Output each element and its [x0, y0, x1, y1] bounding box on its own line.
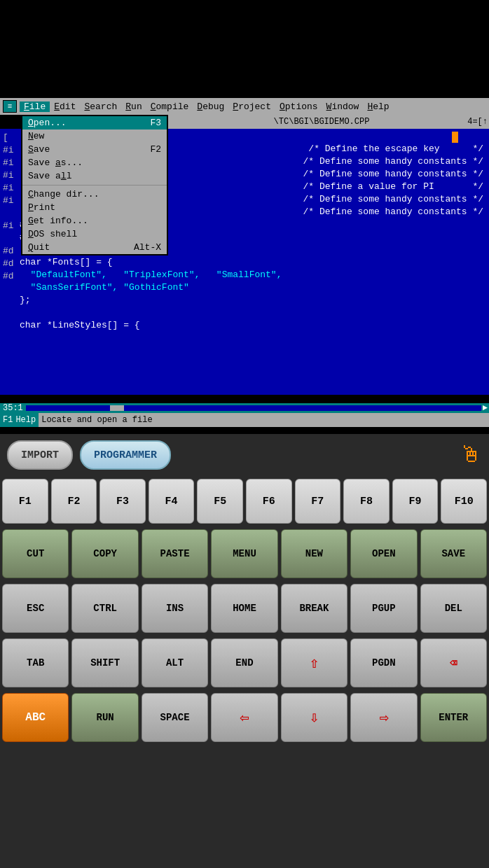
key-tab[interactable]: TAB [2, 638, 69, 687]
key-down[interactable]: ⇩ [281, 693, 347, 742]
key-backspace[interactable]: ⌫ [420, 638, 487, 687]
file-dropdown-menu: Open... F3 New Save F2 Save as... Save a… [21, 115, 168, 255]
cursor-position: 35:1 [0, 403, 26, 413]
key-f2[interactable]: F2 [51, 479, 97, 524]
menu-change-dir[interactable]: Change dir... [22, 188, 167, 201]
menu-new[interactable]: New [22, 130, 167, 143]
menu-quit[interactable]: Quit Alt-X [22, 241, 167, 254]
key-run[interactable]: RUN [71, 693, 138, 742]
nav-row-1: ESC CTRL INS HOME BREAK PGUP DEL [0, 581, 489, 636]
action-row: CUT COPY PASTE MENU NEW OPEN SAVE [0, 526, 489, 581]
key-paste[interactable]: PASTE [142, 529, 208, 578]
f1-help-button[interactable]: F1 Help [0, 413, 39, 427]
title-bar: \TC\BGI\BGIDEMO.CPP 4=[↑ [154, 115, 489, 129]
fkey-row: F1 F2 F3 F4 F5 F6 F7 F8 F9 F10 [0, 476, 489, 526]
nav-row-2: TAB SHIFT ALT END ⇧ PGDN ⌫ [0, 636, 489, 690]
menu-file[interactable]: File [20, 102, 50, 112]
menu-search[interactable]: Search [80, 102, 121, 112]
key-esc[interactable]: ESC [2, 584, 69, 633]
f1-label: F1 [3, 415, 13, 425]
import-button[interactable]: IMPORT [7, 440, 73, 470]
code-char-fonts: char *Fonts[] = { [20, 256, 486, 269]
keyboard-section: IMPORT PROGRAMMER 🖱 F1 F2 F3 F4 F5 F6 F7… [0, 434, 489, 868]
key-f5[interactable]: F5 [197, 479, 243, 524]
key-right[interactable]: ⇨ [350, 693, 417, 742]
code-fonts-values: "DefaultFont", "TriplexFont", "SmallFont… [20, 269, 486, 281]
key-shift[interactable]: SHIFT [71, 638, 138, 687]
scroll-right-arrow[interactable]: ► [481, 403, 489, 413]
key-end[interactable]: END [211, 638, 277, 687]
menu-open[interactable]: Open... F3 [22, 116, 167, 130]
key-left[interactable]: ⇦ [211, 693, 277, 742]
ide-section: ≡ File Edit Search Run Compile Debug Pro… [0, 0, 489, 427]
key-abc[interactable]: ABC [2, 693, 69, 742]
key-f9[interactable]: F9 [392, 479, 439, 524]
key-new[interactable]: NEW [281, 529, 347, 578]
menu-save[interactable]: Save F2 [22, 143, 167, 156]
code-fonts-values2: "SansSerifFont", "GothicFont" [20, 281, 486, 294]
mouse-icon: 🖱 [460, 442, 482, 469]
horizontal-scrollbar[interactable]: 35:1 ► [0, 403, 489, 413]
dropdown-separator-1 [22, 185, 167, 186]
menu-bar: ≡ File Edit Search Run Compile Debug Pro… [0, 98, 489, 115]
key-alt[interactable]: ALT [142, 638, 208, 687]
key-cut[interactable]: CUT [2, 529, 69, 578]
title-right: 4=[↑ [467, 117, 488, 127]
key-enter[interactable]: ENTER [420, 693, 487, 742]
key-open[interactable]: OPEN [350, 529, 417, 578]
help-label: Help [15, 415, 36, 425]
menu-project[interactable]: Project [228, 102, 275, 112]
file-title: \TC\BGI\BGIDEMO.CPP [274, 117, 370, 127]
key-space[interactable]: SPACE [142, 693, 208, 742]
menu-save-as[interactable]: Save as... [22, 156, 167, 169]
key-ins[interactable]: INS [142, 584, 208, 633]
status-message: Locate and open a file [41, 415, 152, 425]
key-f7[interactable]: F7 [295, 479, 341, 524]
menu-options[interactable]: Options [275, 102, 322, 112]
cursor [452, 132, 458, 143]
key-f3[interactable]: F3 [99, 479, 146, 524]
code-close-brace: }; [20, 294, 486, 307]
key-copy[interactable]: COPY [71, 529, 138, 578]
menu-edit[interactable]: Edit [50, 102, 80, 112]
scrollbar-track[interactable] [26, 405, 481, 411]
key-save[interactable]: SAVE [420, 529, 487, 578]
key-pgdn[interactable]: PGDN [350, 638, 417, 687]
key-menu[interactable]: MENU [211, 529, 277, 578]
key-f10[interactable]: F10 [441, 479, 487, 524]
menu-get-info[interactable]: Get info... [22, 214, 167, 227]
bottom-row: ABC RUN SPACE ⇦ ⇩ ⇨ ENTER [0, 690, 489, 745]
menu-print[interactable]: Print [22, 201, 167, 214]
scrollbar-thumb[interactable] [110, 405, 124, 411]
system-menu-icon[interactable]: ≡ [3, 100, 17, 113]
key-up[interactable]: ⇧ [281, 638, 347, 687]
menu-save-all[interactable]: Save all [22, 169, 167, 183]
menu-window[interactable]: Window [322, 102, 364, 112]
menu-run[interactable]: Run [121, 102, 146, 112]
key-f4[interactable]: F4 [149, 479, 195, 524]
key-ctrl[interactable]: CTRL [71, 584, 138, 633]
menu-help[interactable]: Help [363, 102, 393, 112]
programmer-button[interactable]: PROGRAMMER [80, 440, 171, 470]
key-home[interactable]: HOME [211, 584, 277, 633]
menu-compile[interactable]: Compile [146, 102, 193, 112]
menu-debug[interactable]: Debug [193, 102, 228, 112]
status-bar: F1 Help Locate and open a file [0, 413, 489, 427]
key-f6[interactable]: F6 [246, 479, 292, 524]
keyboard-top-bar: IMPORT PROGRAMMER 🖱 [0, 434, 489, 476]
code-linestyles: char *LineStyles[] = { [20, 319, 486, 332]
key-f1[interactable]: F1 [2, 479, 48, 524]
key-del[interactable]: DEL [420, 584, 487, 633]
key-pgup[interactable]: PGUP [350, 584, 417, 633]
menu-dos-shell[interactable]: DOS shell [22, 227, 167, 241]
key-f8[interactable]: F8 [343, 479, 390, 524]
key-break[interactable]: BREAK [281, 584, 347, 633]
